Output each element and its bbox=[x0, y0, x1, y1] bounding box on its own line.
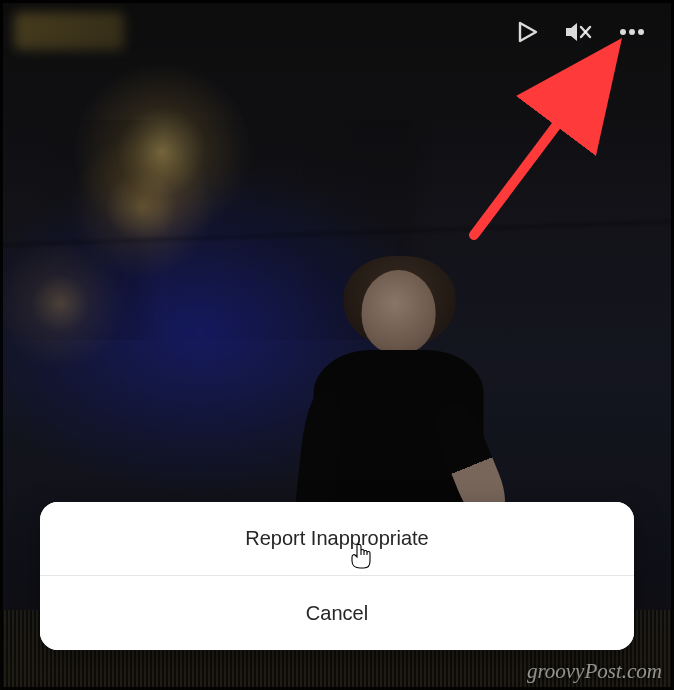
svg-marker-0 bbox=[520, 23, 536, 41]
play-icon bbox=[514, 20, 538, 44]
cancel-label: Cancel bbox=[306, 602, 368, 625]
report-label: Report Inappropriate bbox=[245, 527, 428, 550]
cancel-button[interactable]: Cancel bbox=[40, 576, 634, 650]
report-inappropriate-button[interactable]: Report Inappropriate bbox=[40, 502, 634, 576]
svg-point-3 bbox=[620, 29, 626, 35]
username-tag-blurred bbox=[14, 12, 124, 50]
watermark-text: groovyPost.com bbox=[527, 659, 662, 684]
video-top-controls bbox=[514, 20, 646, 44]
action-sheet: Report Inappropriate Cancel bbox=[40, 502, 634, 650]
svg-point-5 bbox=[638, 29, 644, 35]
more-options-icon bbox=[618, 20, 646, 44]
more-options-button[interactable] bbox=[618, 20, 646, 44]
play-button[interactable] bbox=[514, 20, 538, 44]
mute-button[interactable] bbox=[564, 20, 592, 44]
muted-icon bbox=[564, 20, 592, 44]
svg-point-4 bbox=[629, 29, 635, 35]
